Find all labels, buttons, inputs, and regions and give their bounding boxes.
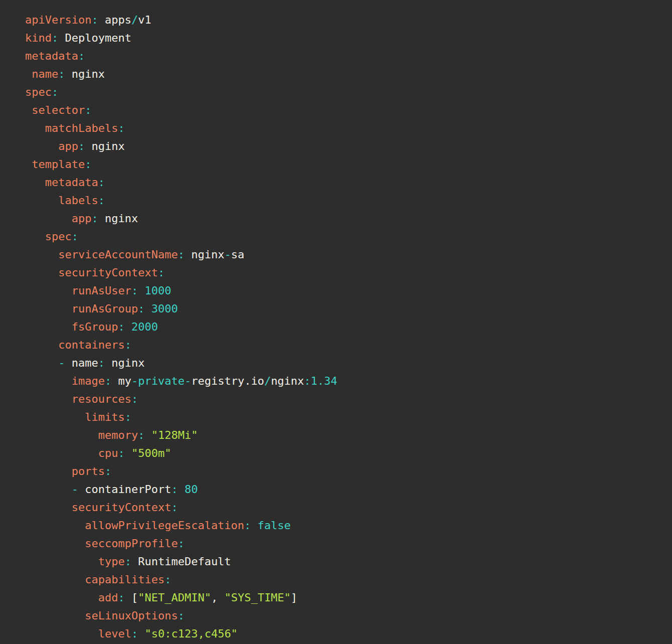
code-line: matchLabels: <box>25 119 667 137</box>
token-key: metadata <box>25 50 78 62</box>
token-plain: apps <box>98 14 131 26</box>
token-cyan: : <box>58 68 65 80</box>
token-plain <box>125 447 131 459</box>
token-cyan: : <box>131 393 138 405</box>
code-line: limits: <box>25 408 667 426</box>
token-cyan: : <box>85 158 91 171</box>
token-plain: nginx <box>185 248 224 261</box>
token-plain: , <box>211 591 225 604</box>
token-plain: nginx <box>85 140 124 152</box>
token-cyan: : <box>118 320 124 333</box>
token-str: "500m" <box>131 447 171 459</box>
token-key: level <box>98 627 131 640</box>
token-plain <box>25 447 98 459</box>
code-line: serviceAccountName: nginx-sa <box>25 246 667 264</box>
token-cyan: : <box>131 284 138 297</box>
code-line: add: ["NET_ADMIN", "SYS_TIME"] <box>25 589 667 607</box>
code-line: cpu: "500m" <box>25 444 667 462</box>
token-plain: name <box>65 357 98 369</box>
token-cyan: : <box>171 483 178 496</box>
token-plain: Deployment <box>58 32 131 44</box>
token-plain <box>25 591 98 604</box>
token-plain <box>25 375 72 387</box>
token-cyan: 3000 <box>151 302 178 315</box>
token-cyan: : <box>98 194 105 207</box>
token-plain: v1 <box>138 14 151 26</box>
token-key: serviceAccountName <box>58 248 178 261</box>
token-key: resources <box>72 393 131 405</box>
token-cyan: : <box>85 104 91 116</box>
token-key: runAsGroup <box>72 302 138 315</box>
code-line: level: "s0:c123,c456" <box>25 625 667 643</box>
token-cyan: / <box>131 14 138 26</box>
token-plain <box>138 284 144 297</box>
token-str: "SYS_TIME" <box>224 591 290 604</box>
token-plain <box>25 284 72 297</box>
token-plain <box>25 104 32 116</box>
token-plain <box>25 158 32 171</box>
code-line: metadata: <box>25 47 667 65</box>
token-str: "128Mi" <box>151 429 198 441</box>
token-cyan: : <box>91 212 98 225</box>
token-cyan: :1.34 <box>304 375 337 387</box>
token-plain: containerPort <box>78 483 171 496</box>
token-key: cpu <box>98 447 118 459</box>
token-cyan: : <box>138 429 144 441</box>
token-cyan: : <box>171 501 178 514</box>
token-key: labels <box>58 194 98 207</box>
token-cyan: : <box>72 230 78 243</box>
token-plain: nginx <box>271 375 304 387</box>
token-plain <box>138 627 144 640</box>
code-line: metadata: <box>25 174 667 192</box>
token-key: seLinuxOptions <box>85 609 178 622</box>
token-cyan: : <box>118 447 124 459</box>
token-key: add <box>98 591 118 604</box>
token-plain <box>25 537 85 550</box>
code-line: labels: <box>25 192 667 210</box>
token-cyan: : <box>91 14 98 26</box>
yaml-editor[interactable]: apiVersion: apps/v1kind: Deploymentmetad… <box>0 0 672 644</box>
token-cyan: : <box>52 86 58 98</box>
token-plain <box>25 411 85 423</box>
token-str: "s0:c123,c456" <box>144 627 237 640</box>
code-line: allowPrivilegeEscalation: false <box>25 517 667 535</box>
token-plain: nginx <box>105 357 144 369</box>
token-key: template <box>32 158 85 171</box>
token-key: app <box>58 140 78 152</box>
token-plain <box>25 212 72 225</box>
code-line: runAsUser: 1000 <box>25 282 667 300</box>
token-key: containers <box>58 339 124 351</box>
code-line: ports: <box>25 462 667 480</box>
token-plain: nginx <box>98 212 138 225</box>
token-cyan: false <box>258 519 291 532</box>
token-cyan: : <box>125 411 131 423</box>
token-key: fsGroup <box>72 320 118 333</box>
token-plain <box>25 519 85 532</box>
token-plain <box>25 429 98 441</box>
token-key: securityContext <box>58 266 158 279</box>
token-cyan: / <box>264 375 271 387</box>
token-str: "NET_ADMIN" <box>138 591 211 604</box>
token-plain <box>25 555 98 568</box>
token-plain <box>25 465 72 477</box>
token-key: image <box>72 375 105 387</box>
code-line: name: nginx <box>25 65 667 83</box>
code-line: fsGroup: 2000 <box>25 318 667 336</box>
token-plain <box>25 339 58 351</box>
token-cyan: : <box>78 140 85 152</box>
code-line: capabilities: <box>25 571 667 589</box>
token-key: securityContext <box>72 501 172 514</box>
code-line: app: nginx <box>25 137 667 155</box>
token-key: spec <box>25 86 52 98</box>
token-cyan: : <box>78 50 85 62</box>
token-cyan: 1000 <box>144 284 171 297</box>
token-cyan: : <box>138 302 144 315</box>
token-plain <box>25 248 58 261</box>
token-key: capabilities <box>85 573 164 586</box>
token-key: matchLabels <box>45 122 118 134</box>
code-line: seccompProfile: <box>25 535 667 553</box>
code-line: securityContext: <box>25 264 667 282</box>
token-plain <box>25 122 45 134</box>
token-key: app <box>72 212 92 225</box>
code-line: - name: nginx <box>25 354 667 372</box>
